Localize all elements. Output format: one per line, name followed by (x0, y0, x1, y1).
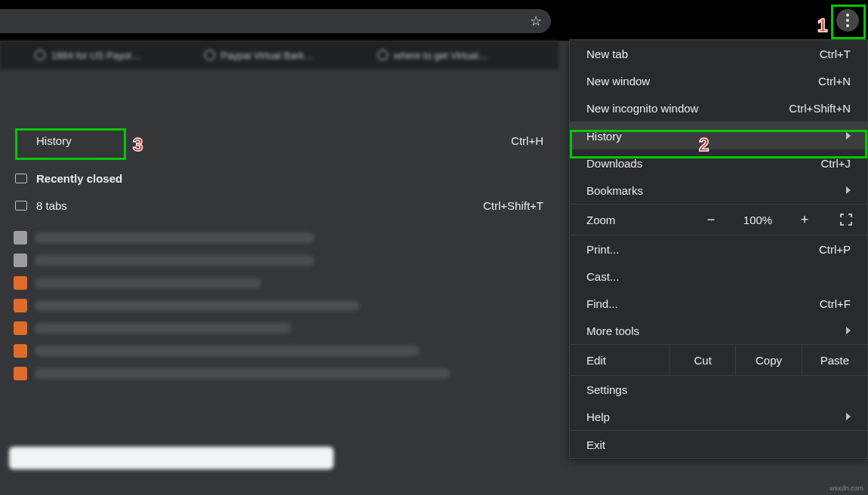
submenu-history[interactable]: History Ctrl+H (0, 127, 559, 154)
menu-print[interactable]: Print...Ctrl+P (570, 235, 867, 263)
submenu-arrow-icon (846, 327, 851, 334)
history-entry-blurred (0, 249, 559, 272)
submenu-recently-closed: Recently closed (0, 164, 559, 192)
history-entry-blurred (0, 317, 559, 340)
chrome-menu-button[interactable] (836, 9, 859, 32)
menu-new-tab[interactable]: New tabCtrl+T (570, 40, 867, 67)
history-entry-blurred (0, 294, 559, 317)
history-entry-blurred (0, 340, 559, 362)
menu-zoom: Zoom − 100% + (570, 204, 867, 235)
bookmark-item[interactable]: Paypal Virtual Bark… (205, 50, 314, 61)
cut-button[interactable]: Cut (669, 345, 735, 375)
shortcut-text: Ctrl+Shift+T (483, 199, 543, 212)
paste-button[interactable]: Paste (802, 345, 867, 375)
menu-more-tools[interactable]: More tools (570, 317, 867, 344)
menu-find[interactable]: Find...Ctrl+F (570, 290, 867, 317)
zoom-out-button[interactable]: − (691, 212, 731, 228)
menu-new-window[interactable]: New windowCtrl+N (570, 67, 867, 94)
tab-icon (15, 201, 27, 211)
annotation-number-2: 2 (699, 134, 709, 155)
menu-bookmarks[interactable]: Bookmarks (570, 177, 867, 204)
zoom-label: Zoom (570, 214, 691, 226)
fullscreen-icon (840, 214, 852, 226)
history-submenu: History Ctrl+H Recently closed 8 tabs Ct… (0, 71, 559, 385)
toolbar: ☆ (0, 0, 868, 41)
globe-icon (205, 50, 215, 60)
menu-settings[interactable]: Settings (570, 376, 867, 403)
menu-history[interactable]: History (570, 122, 867, 149)
menu-incognito[interactable]: New incognito windowCtrl+Shift+N (570, 94, 867, 121)
zoom-value: 100% (731, 214, 784, 226)
zoom-in-button[interactable]: + (784, 212, 825, 228)
bookmark-item[interactable]: 1884 for US Payol… (35, 50, 141, 61)
bookmark-bar: 1884 for US Payol… Paypal Virtual Bark… … (0, 41, 559, 69)
menu-downloads[interactable]: DownloadsCtrl+J (570, 149, 867, 177)
fullscreen-button[interactable] (825, 214, 867, 226)
history-entry-blurred (0, 272, 559, 294)
three-dots-icon (846, 19, 849, 22)
globe-icon (35, 50, 45, 60)
history-entry-blurred (0, 226, 559, 249)
copy-button[interactable]: Copy (735, 345, 801, 375)
bookmark-item[interactable]: where to get Virtual… (377, 50, 488, 61)
address-bar[interactable]: ☆ (0, 9, 551, 33)
submenu-8-tabs[interactable]: 8 tabs Ctrl+Shift+T (0, 192, 559, 219)
menu-exit[interactable]: Exit (570, 431, 867, 458)
blurred-bar (9, 447, 334, 469)
tab-icon (15, 174, 27, 183)
star-icon[interactable]: ☆ (530, 13, 542, 29)
edit-label: Edit (570, 354, 669, 367)
menu-help[interactable]: Help (570, 403, 867, 430)
submenu-arrow-icon (846, 186, 851, 194)
annotation-number-1: 1 (817, 15, 827, 36)
chrome-main-menu: New tabCtrl+T New windowCtrl+N New incog… (569, 39, 868, 459)
globe-icon (377, 50, 388, 60)
submenu-arrow-icon (846, 132, 851, 140)
watermark: wsxdn.com (830, 484, 863, 492)
annotation-number-3: 3 (133, 134, 143, 155)
history-entry-blurred (0, 362, 559, 385)
menu-cast[interactable]: Cast... (570, 263, 867, 290)
submenu-arrow-icon (846, 413, 851, 420)
shortcut-text: Ctrl+H (511, 134, 543, 147)
history-entries-blurred (0, 226, 559, 385)
menu-edit-row: Edit Cut Copy Paste (570, 345, 867, 375)
